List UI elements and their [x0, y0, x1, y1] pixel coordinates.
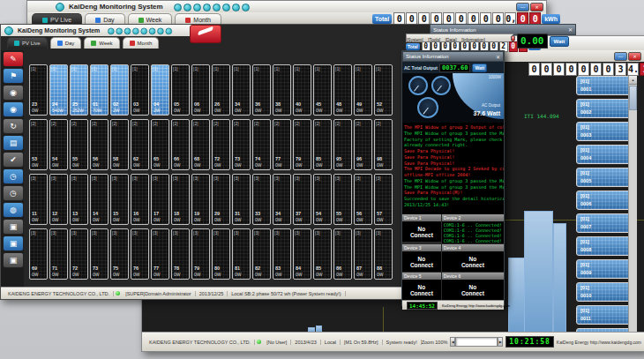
panel-cell[interactable]: [2]740W: [252, 119, 271, 170]
panel-cell[interactable]: [3]150W: [110, 174, 129, 225]
draw-tool-button[interactable]: [190, 25, 221, 43]
timer-button[interactable]: ◷: [3, 185, 24, 201]
lock-icon[interactable]: [193, 4, 201, 11]
vendor-link[interactable]: KaiDeng Energy http://www.kaidengdg.com: [557, 340, 641, 345]
panel-cell[interactable]: [2]550W: [70, 119, 88, 170]
panel-cell[interactable]: [3]800W: [212, 228, 230, 280]
titlebar[interactable]: KaiDeng Monitoring System: [1, 25, 219, 36]
inverter-tile[interactable]: [01]0007: [576, 213, 631, 233]
panel-cell[interactable]: [3]750W: [110, 228, 129, 280]
panel-cell[interactable]: [3]190W: [191, 174, 210, 225]
inverter-tile[interactable]: [01]0009: [576, 259, 631, 279]
panel-cell[interactable]: [3]290W: [212, 174, 230, 225]
panel-cell[interactable]: [2]540W: [49, 119, 68, 170]
help-icon[interactable]: [166, 27, 173, 34]
panel-cell[interactable]: [2]980W: [374, 119, 393, 170]
panel-cell[interactable]: [3]560W: [354, 174, 372, 225]
panel-cell[interactable]: [1]24540W: [49, 64, 68, 116]
inverter-tile[interactable]: [01]0003: [576, 122, 631, 141]
panel-cell[interactable]: [1]260W: [212, 64, 230, 116]
flag-button[interactable]: ⚑: [3, 68, 24, 84]
close-icon[interactable]: ✕: [496, 54, 500, 60]
scrollbar-up-arrow[interactable]: ▲: [629, 76, 637, 85]
panel-cell[interactable]: [3]770W: [151, 228, 169, 280]
panel-cell[interactable]: [3]780W: [171, 228, 190, 280]
layout-icon[interactable]: [203, 4, 211, 11]
log-terminal[interactable]: The MPI Widow of group 2 Output of colle…: [402, 123, 504, 214]
sync-icon[interactable]: [116, 27, 124, 34]
zoom-slider[interactable]: [455, 337, 498, 347]
panel-cell[interactable]: [2]530W: [29, 119, 48, 170]
settings-icon[interactable]: [174, 4, 182, 11]
snapshot-button[interactable]: ▣: [3, 219, 24, 235]
panel-cell[interactable]: [3]160W: [131, 174, 149, 225]
panel-cell[interactable]: [3]110W: [29, 174, 48, 225]
panel-cell[interactable]: [2]850W: [313, 119, 332, 170]
panel-cell[interactable]: [2]650W: [151, 119, 169, 170]
panel-cell[interactable]: [3]690W: [29, 228, 48, 280]
panel-cell[interactable]: [1]380W: [273, 64, 291, 116]
help-icon[interactable]: [242, 4, 250, 11]
panel-cell[interactable]: [2]770W: [273, 119, 291, 170]
panel-cell[interactable]: [2]730W: [232, 119, 251, 170]
panel-cell[interactable]: [3]550W: [333, 174, 352, 225]
lock-icon[interactable]: [124, 27, 131, 34]
layout-icon[interactable]: [132, 27, 139, 34]
panel-cell[interactable]: [3]180W: [171, 174, 190, 225]
close-button[interactable]: ✕: [511, 35, 515, 41]
panel-cell[interactable]: [3]820W: [252, 228, 271, 280]
panel-cell[interactable]: [1]520W: [374, 64, 393, 116]
titlebar[interactable]: KaiDeng Monitoring System [System][Tools…: [27, 1, 546, 12]
panel-cell[interactable]: [3]860W: [333, 228, 352, 280]
panel-cell[interactable]: [3]790W: [191, 228, 210, 280]
panel-cell[interactable]: [2]960W: [354, 119, 372, 170]
panel-cell[interactable]: [3]730W: [90, 228, 109, 280]
panel-cell[interactable]: [1]042W: [151, 64, 169, 116]
panel-cell[interactable]: [3]760W: [131, 228, 149, 280]
panel-cell[interactable]: [1]400W: [293, 64, 311, 116]
panel-cell[interactable]: [3]870W: [354, 228, 372, 280]
power-on-button[interactable]: ◉: [3, 101, 24, 117]
close-icon[interactable]: ✕: [568, 26, 573, 33]
scrollbar[interactable]: ▲: [628, 76, 637, 332]
panel-cell[interactable]: [1]450W: [313, 64, 332, 116]
panel-cell[interactable]: [1]230W: [29, 64, 48, 116]
panel-cell[interactable]: [3]840W: [293, 228, 311, 280]
scrollbar-thumb[interactable]: [629, 86, 637, 110]
tab-month[interactable]: Month: [123, 37, 160, 49]
panel-cell[interactable]: [3]170W: [151, 174, 169, 225]
pin-icon[interactable]: [149, 27, 156, 34]
pin-icon[interactable]: [222, 4, 230, 11]
panel-cell[interactable]: [1]022W: [110, 64, 129, 116]
panel-cell[interactable]: [1]060W: [191, 64, 210, 116]
report-button[interactable]: ▤: [3, 135, 24, 151]
minimize-icon[interactable]: [232, 4, 240, 11]
power-off-button[interactable]: ◉: [3, 85, 24, 101]
panel-cell[interactable]: [2]680W: [191, 119, 210, 170]
history-button[interactable]: ◷: [3, 168, 24, 184]
minimize-button[interactable]: —: [614, 52, 627, 61]
tab-day[interactable]: Day: [50, 37, 82, 49]
panel-cell[interactable]: [3]310W: [232, 174, 251, 225]
panel-cell[interactable]: [3]330W: [252, 174, 271, 225]
panel-cell[interactable]: [1]480W: [333, 64, 352, 116]
panel-cell[interactable]: [2]660W: [171, 119, 190, 170]
panel-cell[interactable]: [3]880W: [374, 228, 393, 280]
tab-pv-live[interactable]: PV Live: [7, 37, 48, 49]
panel-cell[interactable]: [3]370W: [293, 174, 311, 225]
inverter-tile[interactable]: [01]0008: [576, 236, 631, 256]
panel-cell[interactable]: [1]25252W: [70, 64, 88, 116]
panel-cell[interactable]: [1]050W: [171, 64, 190, 116]
chart-icon[interactable]: [141, 27, 148, 34]
panel-cell[interactable]: [1]490W: [354, 64, 372, 116]
chart-icon[interactable]: [213, 4, 221, 11]
verify-button[interactable]: ✔: [3, 152, 24, 168]
network-button[interactable]: ◍: [3, 202, 24, 218]
panel-cell[interactable]: [3]140W: [90, 174, 109, 225]
inverter-tile[interactable]: [01]0001: [576, 76, 631, 95]
record-button[interactable]: ▣: [3, 252, 24, 268]
panel-cell[interactable]: [3]340W: [273, 174, 291, 225]
panel-titlebar[interactable]: Status Information ✕: [402, 51, 504, 62]
settings-icon[interactable]: [108, 27, 115, 34]
panel-cell[interactable]: [2]580W: [110, 119, 129, 170]
